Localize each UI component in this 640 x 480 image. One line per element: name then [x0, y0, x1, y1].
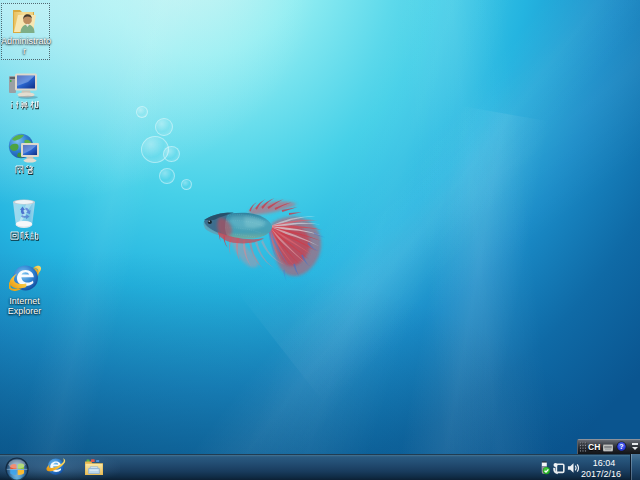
- svg-text:?: ?: [619, 443, 623, 450]
